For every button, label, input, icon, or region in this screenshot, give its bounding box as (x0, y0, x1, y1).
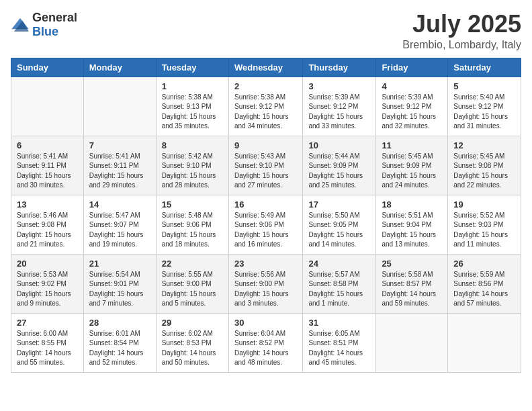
page-header: General Blue July 2025 Brembio, Lombardy… (11, 11, 521, 51)
day-number: 1 (162, 81, 223, 91)
day-number: 22 (162, 259, 223, 269)
day-info: Sunrise: 5:46 AM Sunset: 9:08 PM Dayligh… (17, 211, 78, 250)
day-info: Sunrise: 5:52 AM Sunset: 9:03 PM Dayligh… (453, 211, 515, 250)
calendar-cell: 1Sunrise: 5:38 AM Sunset: 9:13 PM Daylig… (156, 77, 228, 136)
calendar-cell (11, 77, 84, 136)
day-number: 3 (308, 81, 370, 91)
calendar-cell: 24Sunrise: 5:57 AM Sunset: 8:58 PM Dayli… (303, 254, 376, 313)
day-info: Sunrise: 6:01 AM Sunset: 8:54 PM Dayligh… (89, 329, 150, 368)
calendar-cell: 13Sunrise: 5:46 AM Sunset: 9:08 PM Dayli… (11, 195, 84, 254)
day-info: Sunrise: 5:53 AM Sunset: 9:02 PM Dayligh… (17, 270, 78, 309)
day-info: Sunrise: 5:40 AM Sunset: 9:12 PM Dayligh… (453, 93, 515, 132)
calendar-week-row: 6Sunrise: 5:41 AM Sunset: 9:11 PM Daylig… (11, 136, 521, 195)
day-info: Sunrise: 5:48 AM Sunset: 9:06 PM Dayligh… (162, 211, 223, 250)
day-info: Sunrise: 5:45 AM Sunset: 9:09 PM Dayligh… (382, 152, 442, 191)
weekday-header-sunday: Sunday (11, 58, 84, 77)
day-number: 15 (162, 199, 223, 210)
calendar-cell: 2Sunrise: 5:38 AM Sunset: 9:12 PM Daylig… (228, 77, 302, 136)
day-number: 12 (453, 140, 515, 150)
month-title: July 2025 (402, 11, 521, 38)
day-number: 26 (453, 259, 515, 269)
day-info: Sunrise: 5:49 AM Sunset: 9:06 PM Dayligh… (234, 211, 297, 250)
calendar-cell: 21Sunrise: 5:54 AM Sunset: 9:01 PM Dayli… (83, 254, 156, 313)
calendar-cell: 14Sunrise: 5:47 AM Sunset: 9:07 PM Dayli… (83, 195, 156, 254)
logo-icon (11, 18, 30, 32)
calendar-cell: 8Sunrise: 5:42 AM Sunset: 9:10 PM Daylig… (156, 136, 228, 195)
day-info: Sunrise: 6:02 AM Sunset: 8:53 PM Dayligh… (162, 329, 223, 368)
calendar-cell (83, 77, 156, 136)
day-number: 13 (17, 199, 78, 210)
day-number: 17 (308, 199, 370, 210)
day-number: 9 (234, 140, 297, 150)
day-info: Sunrise: 5:43 AM Sunset: 9:10 PM Dayligh… (234, 152, 297, 191)
day-number: 19 (453, 199, 515, 210)
day-info: Sunrise: 5:50 AM Sunset: 9:05 PM Dayligh… (308, 211, 370, 250)
day-number: 30 (234, 318, 297, 328)
day-info: Sunrise: 5:59 AM Sunset: 8:56 PM Dayligh… (453, 270, 515, 309)
calendar-cell (376, 313, 448, 372)
weekday-header-saturday: Saturday (448, 58, 521, 77)
calendar-table: SundayMondayTuesdayWednesdayThursdayFrid… (11, 58, 521, 373)
day-number: 31 (308, 318, 370, 328)
calendar-cell: 19Sunrise: 5:52 AM Sunset: 9:03 PM Dayli… (448, 195, 521, 254)
title-block: July 2025 Brembio, Lombardy, Italy (402, 11, 521, 51)
day-info: Sunrise: 5:54 AM Sunset: 9:01 PM Dayligh… (89, 270, 150, 309)
calendar-cell: 5Sunrise: 5:40 AM Sunset: 9:12 PM Daylig… (448, 77, 521, 136)
calendar-cell: 17Sunrise: 5:50 AM Sunset: 9:05 PM Dayli… (303, 195, 376, 254)
calendar-cell: 28Sunrise: 6:01 AM Sunset: 8:54 PM Dayli… (83, 313, 156, 372)
calendar-cell: 6Sunrise: 5:41 AM Sunset: 9:11 PM Daylig… (11, 136, 84, 195)
day-number: 24 (308, 259, 370, 269)
day-number: 23 (234, 259, 297, 269)
day-number: 8 (162, 140, 223, 150)
calendar-cell: 9Sunrise: 5:43 AM Sunset: 9:10 PM Daylig… (228, 136, 302, 195)
logo-general: General (32, 11, 77, 24)
day-number: 7 (89, 140, 150, 150)
calendar-cell: 4Sunrise: 5:39 AM Sunset: 9:12 PM Daylig… (376, 77, 448, 136)
day-number: 21 (89, 259, 150, 269)
day-info: Sunrise: 6:04 AM Sunset: 8:52 PM Dayligh… (234, 329, 297, 368)
calendar-cell: 10Sunrise: 5:44 AM Sunset: 9:09 PM Dayli… (303, 136, 376, 195)
day-info: Sunrise: 5:47 AM Sunset: 9:07 PM Dayligh… (89, 211, 150, 250)
calendar-cell: 16Sunrise: 5:49 AM Sunset: 9:06 PM Dayli… (228, 195, 302, 254)
day-info: Sunrise: 5:38 AM Sunset: 9:12 PM Dayligh… (234, 93, 297, 132)
calendar-week-row: 27Sunrise: 6:00 AM Sunset: 8:55 PM Dayli… (11, 313, 521, 372)
calendar-week-row: 13Sunrise: 5:46 AM Sunset: 9:08 PM Dayli… (11, 195, 521, 254)
day-info: Sunrise: 5:38 AM Sunset: 9:13 PM Dayligh… (162, 93, 223, 132)
weekday-header-friday: Friday (376, 58, 448, 77)
day-info: Sunrise: 6:00 AM Sunset: 8:55 PM Dayligh… (17, 329, 78, 368)
weekday-header-row: SundayMondayTuesdayWednesdayThursdayFrid… (11, 58, 521, 77)
day-number: 20 (17, 259, 78, 269)
weekday-header-tuesday: Tuesday (156, 58, 228, 77)
weekday-header-thursday: Thursday (303, 58, 376, 77)
calendar-cell: 11Sunrise: 5:45 AM Sunset: 9:09 PM Dayli… (376, 136, 448, 195)
calendar-cell: 12Sunrise: 5:45 AM Sunset: 9:08 PM Dayli… (448, 136, 521, 195)
day-info: Sunrise: 5:55 AM Sunset: 9:00 PM Dayligh… (162, 270, 223, 309)
day-info: Sunrise: 5:39 AM Sunset: 9:12 PM Dayligh… (308, 93, 370, 132)
calendar-cell: 30Sunrise: 6:04 AM Sunset: 8:52 PM Dayli… (228, 313, 302, 372)
day-info: Sunrise: 5:51 AM Sunset: 9:04 PM Dayligh… (382, 211, 442, 250)
day-number: 2 (234, 81, 297, 91)
calendar-cell: 7Sunrise: 5:41 AM Sunset: 9:11 PM Daylig… (83, 136, 156, 195)
day-number: 18 (382, 199, 442, 210)
calendar-cell: 15Sunrise: 5:48 AM Sunset: 9:06 PM Dayli… (156, 195, 228, 254)
calendar-cell: 29Sunrise: 6:02 AM Sunset: 8:53 PM Dayli… (156, 313, 228, 372)
calendar-cell: 3Sunrise: 5:39 AM Sunset: 9:12 PM Daylig… (303, 77, 376, 136)
location-title: Brembio, Lombardy, Italy (402, 39, 521, 51)
day-number: 16 (234, 199, 297, 210)
day-number: 11 (382, 140, 442, 150)
logo-blue: Blue (32, 25, 58, 38)
day-number: 4 (382, 81, 442, 91)
calendar-cell: 22Sunrise: 5:55 AM Sunset: 9:00 PM Dayli… (156, 254, 228, 313)
calendar-week-row: 20Sunrise: 5:53 AM Sunset: 9:02 PM Dayli… (11, 254, 521, 313)
calendar-cell: 26Sunrise: 5:59 AM Sunset: 8:56 PM Dayli… (448, 254, 521, 313)
logo: General Blue (11, 11, 77, 39)
day-number: 27 (17, 318, 78, 328)
calendar-week-row: 1Sunrise: 5:38 AM Sunset: 9:13 PM Daylig… (11, 77, 521, 136)
day-info: Sunrise: 5:56 AM Sunset: 9:00 PM Dayligh… (234, 270, 297, 309)
calendar-cell: 25Sunrise: 5:58 AM Sunset: 8:57 PM Dayli… (376, 254, 448, 313)
day-number: 5 (453, 81, 515, 91)
day-info: Sunrise: 5:44 AM Sunset: 9:09 PM Dayligh… (308, 152, 370, 191)
weekday-header-monday: Monday (83, 58, 156, 77)
calendar-cell: 23Sunrise: 5:56 AM Sunset: 9:00 PM Dayli… (228, 254, 302, 313)
calendar-cell (448, 313, 521, 372)
